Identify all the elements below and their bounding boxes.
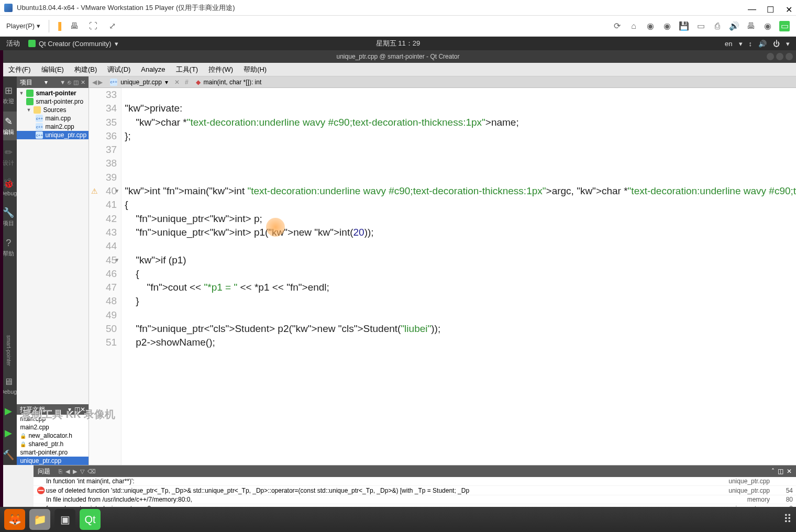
close-pane-icon[interactable]: ✕ [80,406,85,413]
app-menu[interactable]: Qt Creator (Community) ▾ [28,40,118,48]
close-button[interactable]: ✕ [786,5,792,11]
unity-icon[interactable]: ⤢ [107,21,117,31]
open-docs-header: 打开文档 ▾ ◫ ✕ [17,404,89,415]
vmware-icon [4,4,13,12]
network-indicator[interactable]: ↕ [749,40,753,48]
file-selector[interactable]: c++ unique_ptr.cpp ▾ [106,79,172,86]
minimize-panel-button[interactable]: ˄ [771,468,775,475]
menu-build[interactable]: 构建(B) [70,64,101,75]
firefox-icon[interactable]: 🦊 [4,509,25,530]
prev-issue-button[interactable]: ◀ [65,468,70,475]
open-file[interactable]: smart-pointer.pro [17,448,89,457]
cpp-icon: c++ [36,123,43,130]
sidebar: 项目 ▾ ▼ ⎋ ◫ ✕ ▼smart-pointer smart-pointe… [17,76,89,465]
minimize-button[interactable]: — [748,5,754,11]
tree-profile[interactable]: smart-pointer.pro [17,97,89,106]
clear-icon[interactable]: ⌫ [87,468,96,475]
menu-edit[interactable]: 编辑(E) [37,64,68,75]
ubuntu-dock-edge [0,50,3,507]
tree-file-main2[interactable]: c++main2.cpp [17,123,89,131]
open-file[interactable]: 🔒new_allocator.h [17,431,89,440]
menu-debug[interactable]: 调试(D) [103,64,135,75]
tools-icon[interactable]: ▭ [779,21,790,31]
hdd-icon[interactable]: ⌂ [628,21,639,31]
menu-widgets[interactable]: 控件(W) [204,64,237,75]
close-pane-icon[interactable]: ✕ [81,79,85,86]
show-apps-button[interactable]: ⠿ [783,513,792,526]
volume-indicator[interactable]: 🔊 [758,40,767,48]
card-icon[interactable]: ▭ [695,21,706,31]
qt-close-button[interactable] [786,53,793,60]
tree-sources-folder[interactable]: ▼Sources [17,106,89,114]
menu-file[interactable]: 文件(F) [4,64,35,75]
network-icon[interactable]: ⟳ [612,21,622,31]
nav-forward-button[interactable]: ▶ [98,79,103,86]
symbol-crumb[interactable]: ◆ main(int, char *[]): int ▾ [192,79,796,86]
vmware-title-text: Ubuntu18.04.4-x64 - VMware Workstation 1… [17,3,235,13]
wrench-icon: 🔧 [3,207,14,218]
qtcreator-icon[interactable]: Qt [80,509,101,530]
lock-icon: 🔒 [20,441,26,447]
fullscreen-icon[interactable]: ⛶ [88,21,98,31]
floppy-icon[interactable]: 💾 [679,21,689,31]
edit-icon: ✎ [5,116,13,127]
lang-indicator[interactable]: en [725,40,732,48]
cpp-icon: c++ [36,115,43,122]
play-icon: ▶ [5,405,12,417]
filter-icon[interactable]: ⎘ [59,468,62,475]
code-editor[interactable]: 33343536373839▼4041424344▼45464748495051… [89,88,796,465]
maximize-button[interactable]: ☐ [767,5,773,11]
qt-maximize-button[interactable] [776,53,783,60]
open-file[interactable]: 🔒shared_ptr.h [17,440,89,448]
cpp-icon: c++ [36,131,43,139]
folder-icon [34,106,41,114]
tree-file-uniqueptr[interactable]: c++unique_ptr.cpp [17,131,89,139]
pause-button[interactable]: || [58,20,61,31]
record-icon[interactable]: ◉ [762,21,773,31]
open-file[interactable]: main2.cpp [17,423,89,431]
help-icon: ? [6,238,11,249]
projects-header: 项目 ▾ ▼ ⎋ ◫ ✕ [17,76,89,88]
menu-tools[interactable]: 工具(T) [172,64,203,75]
cd2-icon[interactable]: ◉ [662,21,672,31]
editor-area: ◀ ▶ c++ unique_ptr.cpp ▾ ✕ # ◆ main(int,… [89,76,796,465]
split-icon[interactable]: ◫ [74,406,80,413]
player-menu[interactable]: Player(P)▾ [6,22,40,30]
funnel-icon[interactable]: ▽ [80,468,84,475]
split-icon[interactable]: ◫ [73,79,79,86]
activities-button[interactable]: 活动 [6,39,20,48]
open-file[interactable]: unique_ptr.cpp [17,457,89,465]
usb-icon[interactable]: ⎙ [712,21,723,31]
terminal-icon[interactable]: ▣ [54,509,75,530]
menu-analyze[interactable]: Analyze [137,64,169,74]
tree-root[interactable]: ▼smart-pointer [17,89,89,97]
close-file-button[interactable]: ✕ [172,79,182,86]
project-icon [26,90,34,97]
sound-icon[interactable]: 🔊 [729,21,739,31]
vmware-titlebar: Ubuntu18.04.4-x64 - VMware Workstation 1… [0,0,796,16]
link-icon[interactable]: ⎋ [68,79,71,86]
menu-help[interactable]: 帮助(H) [239,64,271,75]
nav-back-button[interactable]: ◀ [92,79,97,86]
clock[interactable]: 星期五 11：29 [376,39,421,48]
qt-icon [28,40,36,47]
printer-icon[interactable]: 🖶 [746,21,756,31]
open-file[interactable]: main.cpp [17,415,89,423]
next-issue-button[interactable]: ▶ [73,468,77,475]
mode-design[interactable]: ✏设计 [0,142,17,171]
ubuntu-dock: 🦊 📁 ▣ Qt ⠿ [0,507,796,532]
cpp-icon: c++ [110,79,117,86]
close-panel-button[interactable]: ✕ [787,468,792,475]
power-indicator[interactable]: ⏻ [773,40,780,48]
send-printer-icon[interactable]: 🖶 [69,21,80,31]
tree-file-main[interactable]: c++main.cpp [17,114,89,123]
issues-title: 问题 [38,467,50,476]
play-debug-icon: ▶ [5,427,12,439]
grid-icon: ⊞ [5,85,13,96]
filter-icon[interactable]: ▼ [60,79,65,86]
maximize-panel-button[interactable]: ◫ [778,468,783,475]
files-icon[interactable]: 📁 [29,509,50,530]
project-tree: ▼smart-pointer smart-pointer.pro ▼Source… [17,88,89,404]
qt-minimize-button[interactable] [767,53,774,60]
cd-icon[interactable]: ◉ [645,21,656,31]
